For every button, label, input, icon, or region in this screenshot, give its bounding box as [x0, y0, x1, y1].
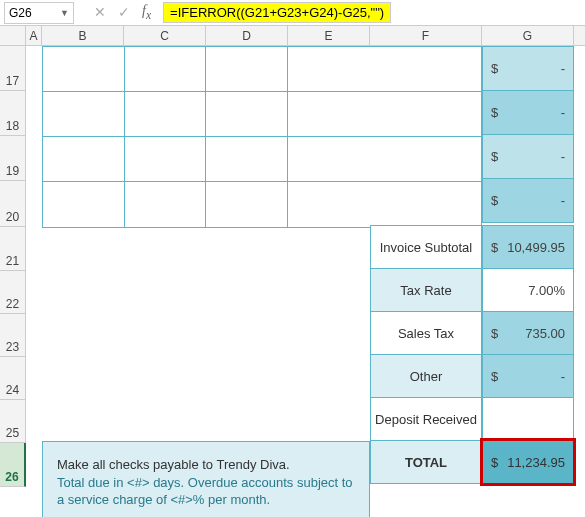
fx-icon[interactable]: fx	[142, 3, 151, 22]
name-box[interactable]: G26 ▼	[4, 2, 74, 24]
label-deposit[interactable]: Deposit Received	[370, 397, 482, 441]
row-header-26[interactable]: 26	[0, 443, 26, 487]
notes-line1: Make all checks payable to Trendy Diva.	[57, 456, 359, 474]
label-other[interactable]: Other	[370, 354, 482, 398]
line-item-amounts: $- $- $- $-	[482, 46, 574, 223]
row-header-17[interactable]: 17	[0, 46, 26, 91]
label-salestax[interactable]: Sales Tax	[370, 311, 482, 355]
cell-G19[interactable]: $-	[482, 134, 574, 179]
formula-bar: G26 ▼ ✕ ✓ fx =IFERROR((G21+G23+G24)-G25,…	[0, 0, 585, 26]
row-headers: 17 18 19 20 21 22 23 24 25 26	[0, 46, 26, 487]
payment-notes[interactable]: Make all checks payable to Trendy Diva. …	[42, 441, 370, 517]
column-headers: A B C D E F G	[0, 26, 585, 46]
col-header-F[interactable]: F	[370, 26, 482, 45]
dropdown-icon[interactable]: ▼	[60, 8, 69, 18]
name-box-value: G26	[9, 6, 32, 20]
cell-G20[interactable]: $-	[482, 178, 574, 223]
row-header-22[interactable]: 22	[0, 271, 26, 314]
row-header-25[interactable]: 25	[0, 400, 26, 443]
cell-G23-salestax[interactable]: $735.00	[482, 311, 574, 355]
col-header-B[interactable]: B	[42, 26, 124, 45]
cell-G26-total[interactable]: $11,234.95	[482, 440, 574, 484]
accept-icon[interactable]: ✓	[118, 4, 130, 20]
cell-G18[interactable]: $-	[482, 90, 574, 135]
label-total[interactable]: TOTAL	[370, 440, 482, 484]
label-subtotal[interactable]: Invoice Subtotal	[370, 225, 482, 269]
cell-G25-deposit[interactable]	[482, 397, 574, 441]
formula-input[interactable]: =IFERROR((G21+G23+G24)-G25,"")	[163, 2, 391, 23]
summary-labels: Invoice Subtotal Tax Rate Sales Tax Othe…	[370, 226, 482, 484]
label-taxrate[interactable]: Tax Rate	[370, 268, 482, 312]
col-header-G[interactable]: G	[482, 26, 574, 45]
select-all-corner[interactable]	[0, 26, 26, 45]
spreadsheet: A B C D E F G 17 18 19 20 21 22 23 24 25…	[0, 26, 585, 487]
row-header-23[interactable]: 23	[0, 314, 26, 357]
formula-bar-icons: ✕ ✓ fx	[94, 3, 151, 22]
summary-values: $10,499.95 7.00% $735.00 $- $11,234.95	[482, 226, 574, 484]
col-header-D[interactable]: D	[206, 26, 288, 45]
cell-G22-taxrate[interactable]: 7.00%	[482, 268, 574, 312]
row-header-19[interactable]: 19	[0, 136, 26, 181]
invoice-line-items	[42, 46, 482, 228]
row-header-18[interactable]: 18	[0, 91, 26, 136]
row-header-24[interactable]: 24	[0, 357, 26, 400]
row-header-20[interactable]: 20	[0, 181, 26, 227]
notes-line2: Total due in <#> days. Overdue accounts …	[57, 474, 359, 509]
col-header-A[interactable]: A	[26, 26, 42, 45]
col-header-C[interactable]: C	[124, 26, 206, 45]
cell-G17[interactable]: $-	[482, 46, 574, 91]
col-header-E[interactable]: E	[288, 26, 370, 45]
cancel-icon[interactable]: ✕	[94, 4, 106, 20]
row-header-21[interactable]: 21	[0, 227, 26, 271]
cell-G21-subtotal[interactable]: $10,499.95	[482, 225, 574, 269]
cell-G24-other[interactable]: $-	[482, 354, 574, 398]
